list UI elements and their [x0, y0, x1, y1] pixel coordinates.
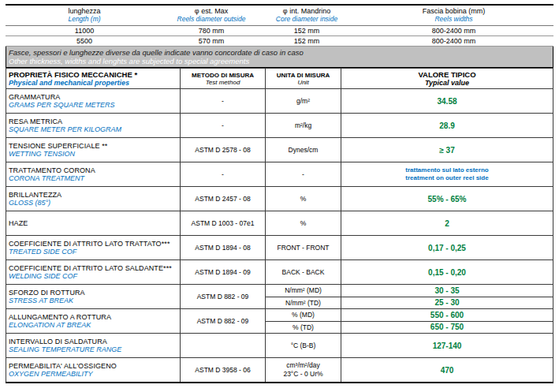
property-name-en: SEALING TEMPERATURE RANGE — [9, 345, 177, 353]
property-name: INTERVALLO DI SALDATURA SEALING TEMPERAT… — [6, 334, 181, 358]
property-name-en: GLOSS (85°) — [9, 199, 177, 207]
property-name-it: TENSIONE SUPERFICIALE ** — [9, 142, 177, 150]
col-header-outer-diameter-en: Reels diameter outside — [165, 15, 258, 23]
col-header-core-diameter: φ int. Mandrino Core diameter inside — [259, 5, 354, 26]
test-method: ASTM D 1894 - 08 — [181, 236, 266, 260]
property-name: RESA METRICA SQUARE METER PER KILOGRAM — [6, 114, 181, 138]
header-unit-en: Unit — [268, 79, 338, 86]
outer-diameter-value: 570 mm — [163, 36, 259, 47]
property-row-intervallo-saldatura: INTERVALLO DI SALDATURA SEALING TEMPERAT… — [6, 334, 553, 358]
property-name-it: PERMEABILITA' ALL'OSSIGENO — [9, 362, 177, 370]
unit: m²/kg — [266, 114, 341, 138]
property-name-it: GRAMMATURA — [9, 93, 177, 101]
property-name: ALLUNGAMENTO A ROTTURA ELONGATION AT BRE… — [6, 309, 181, 334]
typical-value: 0,15 - 0,20 — [341, 260, 553, 285]
test-method: ASTM D 3958 - 06 — [181, 358, 266, 383]
reels-spec-table: lunghezza Length (m) φ est. Max Reels di… — [6, 4, 553, 47]
property-name-it: RESA METRICA — [9, 118, 177, 125]
typical-value: trattamento sul lato esterno treatment o… — [341, 162, 553, 187]
header-properties-it: PROPRIETÀ FISICO MECCANICHE * — [9, 70, 177, 79]
unit-line2: 23°C - 0 Ur% — [267, 370, 339, 379]
property-row-cof-saldante: COEFFICIENTE DI ATTRITO LATO SALDANTE***… — [6, 260, 553, 285]
typical-value: 0,17 - 0,25 — [341, 236, 553, 260]
test-method: ASTM D 2578 - 08 — [181, 138, 266, 162]
property-name-it: BRILLANTEZZA — [9, 191, 177, 199]
header-typical-value: VALORE TIPICO Typical value — [341, 69, 553, 89]
property-name: PERMEABILITA' ALL'OSSIGENO OXYGEN PERMEA… — [6, 358, 181, 383]
col-header-length-it: lunghezza — [7, 7, 162, 15]
typical-value: 34.58 — [341, 89, 553, 114]
property-name-it: ALLUNGAMENTO A ROTTURA — [9, 313, 177, 321]
property-name-it: INTERVALLO DI SALDATURA — [9, 338, 177, 345]
test-method: - — [181, 162, 266, 187]
core-diameter-value: 152 mm — [259, 36, 354, 47]
table-row: 11000 780 mm 152 mm 800-2400 mm — [6, 26, 553, 36]
property-row-grammatura: GRAMMATURA GRAMS PER SQUARE METERS - g/m… — [6, 89, 553, 114]
unit: % — [266, 211, 341, 236]
col-header-length: lunghezza Length (m) — [6, 5, 163, 26]
reels-header-row: lunghezza Length (m) φ est. Max Reels di… — [6, 5, 553, 26]
property-name: BRILLANTEZZA GLOSS (85°) — [6, 187, 181, 211]
header-test-method: METODO DI MISURA Test method — [181, 69, 266, 89]
test-method: ASTM D 1894 - 09 — [181, 260, 266, 285]
unit-td: % (TD) — [266, 321, 341, 334]
table-row: 5500 570 mm 152 mm 800-2400 mm — [6, 36, 553, 47]
unit: Dynes/cm — [266, 138, 341, 162]
typical-value: 470 — [341, 358, 553, 383]
property-name-it: TRATTAMENTO CORONA — [9, 166, 177, 174]
header-unit: UNITA DI MISURA Unit — [266, 69, 341, 89]
header-properties-en: Physical and mechanical properties — [9, 79, 177, 87]
unit: - — [266, 162, 341, 187]
property-name-en: TREATED SIDE COF — [9, 248, 177, 256]
header-test-method-en: Test method — [183, 79, 263, 86]
header-properties: PROPRIETÀ FISICO MECCANICHE * Physical a… — [6, 69, 181, 89]
property-name-it: COEFFICIENTE DI ATTRITO LATO TRATTATO*** — [9, 240, 177, 248]
typical-value: 127-140 — [341, 334, 553, 358]
property-name: COEFFICIENTE DI ATTRITO LATO SALDANTE***… — [6, 260, 181, 285]
test-method: ASTM D 2457 - 08 — [181, 187, 266, 211]
test-method: ASTM D 882 - 09 — [181, 309, 266, 334]
notice-text-en: Other thickness, widths and lenghts are … — [9, 57, 550, 65]
unit: cm³/m²/day 23°C - 0 Ur% — [266, 358, 341, 383]
property-name: GRAMMATURA GRAMS PER SQUARE METERS — [6, 89, 181, 114]
property-name: HAZE — [6, 211, 181, 236]
property-name-en: CORONA TREATMENT — [9, 174, 177, 182]
unit: BACK - BACK — [266, 260, 341, 285]
property-name: TENSIONE SUPERFICIALE ** WETTING TENSION — [6, 138, 181, 162]
typical-value: 28.9 — [341, 114, 553, 138]
col-header-outer-diameter-it: φ est. Max — [165, 7, 258, 15]
property-name-it: SFORZO DI ROTTURA — [9, 289, 177, 297]
typical-value-line1: trattamento sul lato esterno — [343, 166, 551, 174]
col-header-length-en: Length (m) — [7, 15, 162, 23]
unit: g/m² — [266, 89, 341, 114]
col-header-outer-diameter: φ est. Max Reels diameter outside — [163, 5, 259, 26]
property-name: TRATTAMENTO CORONA CORONA TREATMENT — [6, 162, 181, 187]
typical-value: ≥ 37 — [341, 138, 553, 162]
property-name-en: OXYGEN PERMEABILITY — [9, 370, 177, 378]
test-method: - — [181, 89, 266, 114]
unit-md: % (MD) — [266, 309, 341, 322]
property-row-brillantezza: BRILLANTEZZA GLOSS (85°) ASTM D 2457 - 0… — [6, 187, 553, 211]
property-name-en: WETTING TENSION — [9, 150, 177, 158]
unit: % — [266, 187, 341, 211]
property-name-en: SQUARE METER PER KILOGRAM — [9, 125, 177, 133]
properties-header-row: PROPRIETÀ FISICO MECCANICHE * Physical a… — [6, 69, 553, 89]
unit: FRONT - FRONT — [266, 236, 341, 260]
test-method: ASTM D 882 - 09 — [181, 285, 266, 309]
header-typical-value-en: Typical value — [344, 79, 550, 87]
property-name: SFORZO DI ROTTURA STRESS AT BREAK — [6, 285, 181, 309]
test-method: ASTM D 1003 - 07e1 — [181, 211, 266, 236]
property-row-tensione-superficiale: TENSIONE SUPERFICIALE ** WETTING TENSION… — [6, 138, 553, 162]
properties-table: PROPRIETÀ FISICO MECCANICHE * Physical a… — [6, 68, 553, 383]
header-unit-it: UNITA DI MISURA — [268, 72, 338, 79]
property-name-en: ELONGATION AT BREAK — [9, 321, 177, 329]
property-name: COEFFICIENTE DI ATTRITO LATO TRATTATO***… — [6, 236, 181, 260]
datasheet-page: lunghezza Length (m) φ est. Max Reels di… — [0, 0, 559, 392]
length-value: 5500 — [6, 36, 163, 47]
typical-value-td: 25 - 30 — [341, 297, 553, 309]
col-header-core-diameter-it: φ int. Mandrino — [261, 7, 352, 15]
col-header-reel-width-en: Reels widths — [356, 15, 552, 23]
unit-line1: cm³/m²/day — [267, 361, 339, 370]
core-diameter-value: 152 mm — [259, 26, 354, 36]
col-header-reel-width-it: Fascia bobina (mm) — [356, 7, 552, 15]
